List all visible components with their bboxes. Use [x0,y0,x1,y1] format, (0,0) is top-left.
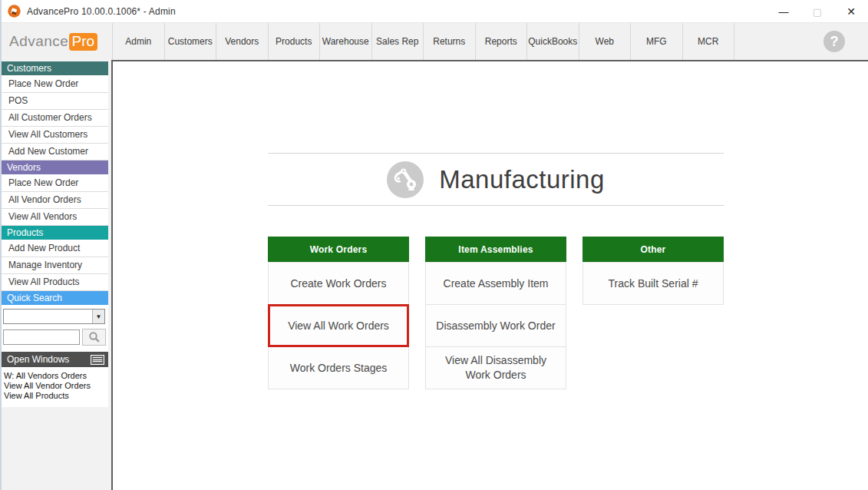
sidebar-item-view-all-vendors[interactable]: View All Vendors [2,209,108,226]
panel-header-other: Other [583,237,724,263]
page-title: Manufacturing [439,165,605,194]
content-area: Customers Place New Order POS All Custom… [2,60,868,490]
window-title: AdvancePro 10.00.0.1006* - Admin [27,6,176,17]
top-navbar: Advance Pro Admin Customers Vendors Prod… [2,23,868,60]
sidebar-item-pos[interactable]: POS [2,93,108,110]
menu-create-work-orders[interactable]: Create Work Orders [268,262,409,305]
nav-tab-admin[interactable]: Admin [113,23,165,60]
open-windows-title: Open Windows [7,352,69,367]
nav-tab-reports[interactable]: Reports [476,23,528,60]
window-controls: — ▢ ✕ [767,0,868,23]
sidebar-section-quick-search: Quick Search [2,291,108,305]
open-window-item[interactable]: View All Vendor Orders [4,381,108,391]
sidebar-section-products: Products [2,226,108,240]
quick-search-input[interactable] [3,329,80,345]
panel-header-item-assemblies: Item Assemblies [425,237,566,263]
question-icon: ? [830,34,839,50]
sidebar-item-all-vendor-orders[interactable]: All Vendor Orders [2,192,108,209]
sidebar-item-all-customer-orders[interactable]: All Customer Orders [2,110,108,127]
sidebar: Customers Place New Order POS All Custom… [2,60,111,490]
panel-work-orders: Work Orders Create Work Orders View All … [268,237,409,389]
nav-tab-quickbooks[interactable]: QuickBooks [527,23,579,60]
menu-view-all-disassembly-work-orders[interactable]: View All Disassembly Work Orders [425,346,566,389]
page-title-block: Manufacturing [268,153,724,206]
nav-tab-mcr[interactable]: MCR [683,23,735,60]
menu-track-built-serial[interactable]: Track Built Serial # [583,262,724,305]
advancepro-app-icon [8,5,21,18]
maximize-button[interactable]: ▢ [800,0,834,23]
menu-work-orders-stages[interactable]: Work Orders Stages [268,346,409,389]
sidebar-item-view-all-customers[interactable]: View All Customers [2,127,108,144]
sidebar-item-view-all-products[interactable]: View All Products [2,274,108,291]
advancepro-logo: Advance Pro [2,23,113,60]
open-windows-list: W: All Vendors Orders View All Vendor Or… [2,368,108,407]
dropdown-arrow-icon[interactable]: ▼ [92,310,104,323]
search-icon [88,331,101,343]
quick-search-type-select[interactable]: ▼ [3,309,105,324]
nav-tab-sales-rep[interactable]: Sales Rep [372,23,424,60]
sidebar-item-manage-inventory[interactable]: Manage Inventory [2,257,108,274]
sidebar-item-place-new-order-vendor[interactable]: Place New Order [2,175,108,192]
sidebar-section-vendors: Vendors [2,161,108,174]
help-button[interactable]: ? [823,31,845,52]
divider [268,205,724,206]
manufacturing-robot-arm-icon [387,161,424,198]
panel-item-assemblies: Item Assemblies Create Assembly Item Dis… [425,237,566,389]
sidebar-section-customers: Customers [2,61,108,75]
open-window-item[interactable]: W: All Vendors Orders [4,371,108,381]
quick-search-area: ▼ [2,306,108,350]
minimize-button[interactable]: — [767,0,800,23]
open-window-item[interactable]: View All Products [4,391,108,401]
menu-disassembly-work-order[interactable]: Disassembly Work Order [425,304,566,347]
logo-text-advance: Advance [9,33,68,50]
manufacturing-screen: Manufacturing Work Orders Create Work Or… [111,60,868,490]
sidebar-section-open-windows: Open Windows [2,352,108,367]
nav-tab-mfg[interactable]: MFG [631,23,683,60]
open-windows-list-icon[interactable] [91,355,104,365]
nav-tab-products[interactable]: Products [269,23,321,60]
sidebar-item-add-new-customer[interactable]: Add New Customer [2,144,108,161]
menu-view-all-work-orders[interactable]: View All Work Orders [268,304,409,347]
nav-tab-returns[interactable]: Returns [424,23,476,60]
manufacturing-menu: Work Orders Create Work Orders View All … [268,237,724,389]
nav-tab-customers[interactable]: Customers [165,23,217,60]
nav-tab-warehouse[interactable]: Warehouse [320,23,372,60]
panel-other: Other Track Built Serial # [583,237,724,305]
titlebar: AdvancePro 10.00.0.1006* - Admin — ▢ ✕ [2,0,868,23]
sidebar-item-place-new-order-customer[interactable]: Place New Order [2,76,108,93]
sidebar-item-add-new-product[interactable]: Add New Product [2,240,108,257]
logo-text-pro: Pro [69,33,97,51]
quick-search-button[interactable] [82,329,106,346]
close-button[interactable]: ✕ [834,0,868,23]
panel-header-work-orders: Work Orders [268,237,409,263]
menu-create-assembly-item[interactable]: Create Assembly Item [425,262,566,305]
nav-tabs: Admin Customers Vendors Products Warehou… [113,23,734,60]
nav-tab-vendors[interactable]: Vendors [216,23,269,60]
nav-tab-web[interactable]: Web [579,23,632,60]
